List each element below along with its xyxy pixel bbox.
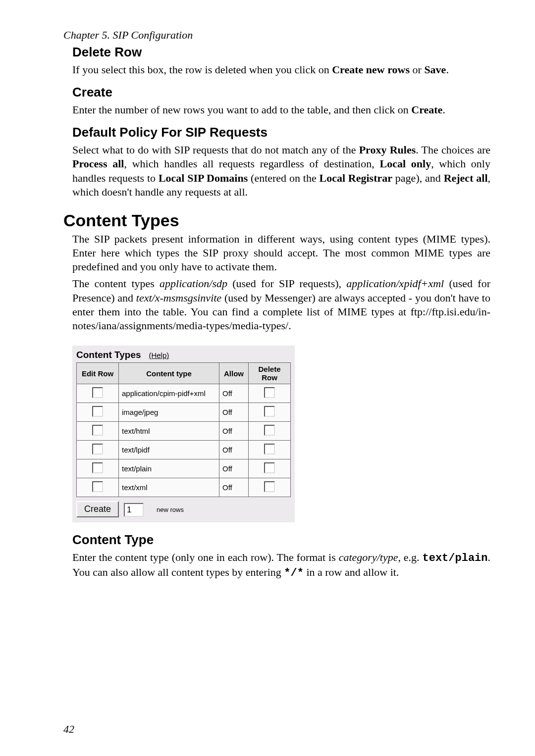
table-header-row: Edit Row Content type Allow Delete Row — [77, 363, 291, 384]
chapter-header: Chapter 5. SIP Configuration — [63, 29, 490, 42]
delete-checkbox[interactable] — [264, 481, 275, 492]
delete-checkbox[interactable] — [264, 462, 275, 473]
para-delete-row: If you select this box, the row is delet… — [72, 63, 490, 77]
edit-checkbox[interactable] — [92, 406, 103, 417]
para-default-policy: Select what to do with SIP requests that… — [72, 143, 490, 199]
text: (entered on the — [248, 172, 319, 184]
cell-allow: Off — [219, 422, 249, 441]
text: . The choices are — [416, 144, 490, 156]
heading-content-types: Content Types — [63, 211, 490, 230]
th-allow: Allow — [219, 363, 249, 384]
content-types-panel: Content Types (Help) Edit Row Content ty… — [72, 346, 295, 522]
th-edit: Edit Row — [77, 363, 119, 384]
cell-allow: Off — [219, 403, 249, 422]
para-content-types-2: The content types application/sdp (used … — [72, 277, 490, 333]
cell-ctype: text/plain — [119, 459, 219, 478]
text-bold: Create — [411, 103, 442, 116]
create-row-controls: Create 1 new rows — [76, 501, 291, 517]
panel-title: Content Types — [76, 350, 141, 360]
text: . — [442, 103, 445, 116]
table-row: application/cpim-pidf+xml Off — [77, 384, 291, 403]
text-bold: Reject all — [444, 172, 488, 184]
heading-delete-row: Delete Row — [72, 45, 490, 60]
text-bold: Process all — [72, 157, 124, 170]
panel-heading: Content Types (Help) — [76, 350, 291, 360]
cell-allow: Off — [219, 459, 249, 478]
para-content-type: Enter the content type (only one in each… — [72, 551, 490, 580]
text-mono: text/plain — [422, 552, 487, 564]
text-bold: Proxy Rules — [359, 144, 416, 156]
th-delete: Delete Row — [249, 363, 291, 384]
heading-content-type: Content Type — [72, 532, 490, 548]
text-italic: application/xpidf+xml — [346, 277, 444, 290]
cell-ctype: application/cpim-pidf+xml — [119, 384, 219, 403]
text-bold: Save — [424, 63, 446, 76]
edit-checkbox[interactable] — [92, 444, 103, 454]
edit-checkbox[interactable] — [92, 387, 103, 398]
text: If you select this box, the row is delet… — [72, 63, 332, 76]
text-bold: Local SIP Domains — [159, 172, 248, 184]
create-button[interactable]: Create — [76, 501, 119, 517]
text: . — [446, 63, 449, 76]
text: Enter the content type (only one in each… — [72, 551, 339, 563]
cell-allow: Off — [219, 441, 249, 459]
edit-checkbox[interactable] — [92, 481, 103, 492]
text: Enter the number of new rows you want to… — [72, 103, 411, 116]
text: The content types — [72, 277, 160, 290]
text: page), and — [392, 172, 444, 184]
delete-checkbox[interactable] — [264, 406, 275, 417]
text-bold: Local Registrar — [319, 172, 392, 184]
text: (used for SIP requests), — [227, 277, 346, 290]
edit-checkbox[interactable] — [92, 425, 103, 436]
cell-allow: Off — [219, 478, 249, 497]
text-bold: Create new rows — [332, 63, 410, 76]
page-number: 42 — [63, 723, 74, 736]
delete-checkbox[interactable] — [264, 444, 275, 454]
rows-count-input[interactable]: 1 — [124, 503, 144, 517]
cell-allow: Off — [219, 384, 249, 403]
text: , e.g. — [398, 551, 422, 563]
text-bold: Local only — [379, 157, 431, 170]
edit-checkbox[interactable] — [92, 462, 103, 473]
para-create: Enter the number of new rows you want to… — [72, 103, 490, 117]
heading-default-policy: Default Policy For SIP Requests — [72, 125, 490, 140]
text: in a row and allow it. — [304, 566, 399, 578]
delete-checkbox[interactable] — [264, 387, 275, 398]
cell-ctype: text/xml — [119, 478, 219, 497]
table-row: text/lpidf Off — [77, 441, 291, 459]
cell-ctype: text/lpidf — [119, 441, 219, 459]
cell-ctype: text/html — [119, 422, 219, 441]
delete-checkbox[interactable] — [264, 425, 275, 436]
cell-ctype: image/jpeg — [119, 403, 219, 422]
new-rows-label: new rows — [157, 506, 184, 513]
text-italic: application/sdp — [160, 277, 227, 290]
text: Select what to do with SIP requests that… — [72, 144, 359, 156]
text: or — [410, 63, 424, 76]
text-italic: text/x-msmsgsinvite — [136, 292, 221, 304]
table-row: image/jpeg Off — [77, 403, 291, 422]
text-mono: */* — [284, 567, 304, 579]
table-row: text/xml Off — [77, 478, 291, 497]
th-ctype: Content type — [119, 363, 219, 384]
text: , which handles all requests regardless … — [124, 157, 379, 170]
para-content-types-1: The SIP packets present information in d… — [72, 232, 490, 274]
table-row: text/plain Off — [77, 459, 291, 478]
content-types-table: Edit Row Content type Allow Delete Row a… — [76, 362, 291, 497]
heading-create: Create — [72, 85, 490, 100]
table-row: text/html Off — [77, 422, 291, 441]
help-link[interactable]: (Help) — [149, 351, 169, 359]
text-italic: category/type — [339, 551, 398, 563]
